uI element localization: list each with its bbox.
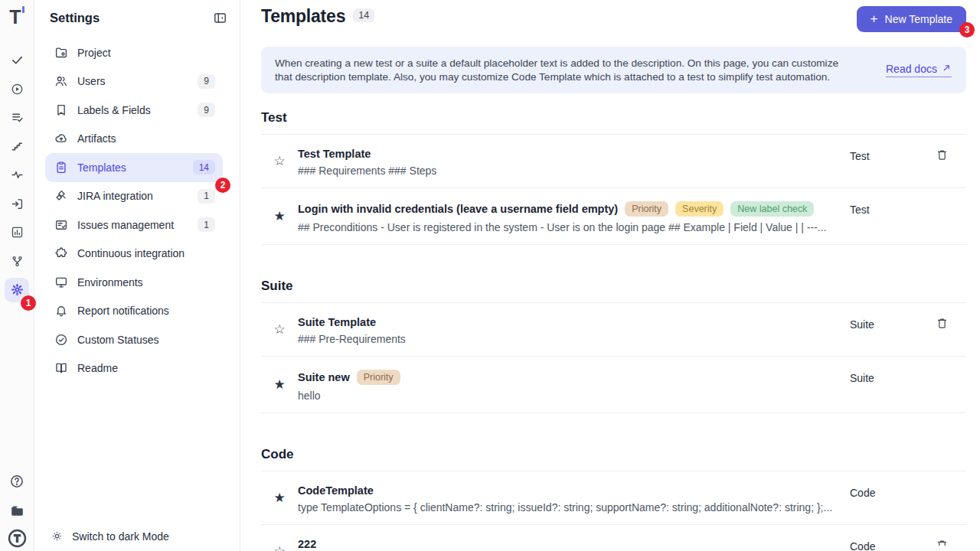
sidebar-item-users[interactable]: Users9 <box>45 67 223 96</box>
star-filled-icon[interactable]: ★ <box>273 210 285 223</box>
template-description: ### Requirements ### Steps <box>298 165 834 177</box>
sidebar-item-label: Templates <box>77 161 184 174</box>
plus-icon: + <box>871 11 878 27</box>
activity-icon[interactable] <box>11 168 24 181</box>
sidebar-item-label: Labels & Fields <box>77 104 188 116</box>
sidebar-item-labels-fields[interactable]: Labels & Fields9 <box>45 96 223 125</box>
rail-nav <box>0 54 34 296</box>
star-outline-icon[interactable]: ☆ <box>273 323 285 336</box>
star-filled-icon[interactable]: ★ <box>273 491 285 504</box>
delete-template-icon[interactable] <box>936 148 949 161</box>
new-template-button[interactable]: + New Template <box>857 6 966 32</box>
sidebar-item-label: Readme <box>77 362 215 374</box>
template-row[interactable]: ☆Test Template### Requirements ### Steps… <box>261 135 966 188</box>
template-row[interactable]: ★Suite newPriorityhelloSuite <box>261 357 966 413</box>
sidebar-item-count-badge: 1 <box>198 217 215 232</box>
read-docs-label: Read docs <box>886 63 937 75</box>
template-row[interactable]: ☆Suite Template### Pre-RequirementsSuite <box>261 303 966 357</box>
templates-count-badge: 14 <box>353 8 374 22</box>
template-type: Suite <box>850 314 936 345</box>
banner-text: When creating a new test or a suite a de… <box>275 57 858 83</box>
template-title: CodeTemplate <box>298 484 374 497</box>
logo-circle-icon[interactable] <box>7 528 28 549</box>
template-type: Test <box>850 199 936 233</box>
template-row[interactable]: ★Login with invalid credentials (leave a… <box>261 188 966 245</box>
steps-icon[interactable] <box>11 140 24 153</box>
cloud-upload-icon <box>54 132 68 145</box>
collapse-sidebar-icon[interactable] <box>213 11 227 25</box>
sidebar-item-issues-management[interactable]: Issues management1 <box>45 210 223 240</box>
template-row[interactable]: ★CodeTemplatetype TemplateOptions = { cl… <box>261 471 966 525</box>
sidebar-item-jira-integration[interactable]: JIRA integration1 <box>45 182 223 211</box>
sidebar-item-project[interactable]: Project <box>45 38 223 67</box>
template-title: Suite Template <box>298 316 376 328</box>
bar-chart-icon[interactable] <box>11 226 24 239</box>
check-icon[interactable] <box>11 54 24 67</box>
delete-template-icon[interactable] <box>936 317 949 330</box>
template-type: Test <box>850 145 936 177</box>
bell-icon <box>54 304 68 318</box>
external-link-icon <box>942 63 952 75</box>
page-title: Templates <box>261 6 345 27</box>
section-title: Test <box>261 110 966 126</box>
template-sections: Test☆Test Template### Requirements ### S… <box>261 110 966 551</box>
section-suite: Suite☆Suite Template### Pre-Requirements… <box>261 279 966 413</box>
sidebar-item-templates[interactable]: Templates14 <box>45 153 223 182</box>
sidebar-item-label: Continuous integration <box>77 247 215 259</box>
template-type: Suite <box>850 367 936 402</box>
gear-icon[interactable] <box>11 283 24 296</box>
sidebar-item-artifacts[interactable]: Artifacts <box>45 125 223 154</box>
sidebar-item-custom-statuses[interactable]: Custom Statuses <box>45 325 223 354</box>
app-logo[interactable]: T <box>0 6 34 28</box>
sidebar-item-label: Environments <box>77 276 215 289</box>
folder-gear-icon <box>54 46 68 60</box>
template-title: Login with invalid credentials (leave a … <box>298 203 618 215</box>
settings-sidebar: Settings ProjectUsers9Labels & Fields9Ar… <box>34 0 240 551</box>
label-badge: Severity <box>675 201 724 217</box>
template-type: Code <box>850 536 936 551</box>
template-description: ### Pre-Requirements <box>298 333 834 345</box>
template-type: Code <box>850 482 936 514</box>
folder-filled-icon[interactable] <box>10 504 24 518</box>
icon-rail: T <box>0 0 34 551</box>
sidebar-item-count-badge: 1 <box>198 189 215 204</box>
template-row[interactable]: ☆222test(`should send header ${header} w… <box>261 525 966 551</box>
star-outline-icon[interactable]: ☆ <box>273 155 285 168</box>
annotation-badge-1: 1 <box>21 295 36 311</box>
check-circle-icon <box>54 333 68 347</box>
annotation-badge-2: 2 <box>215 178 230 193</box>
sidebar-item-report-notifications[interactable]: Report notifications <box>45 297 223 326</box>
jira-icon <box>54 189 68 203</box>
sidebar-item-readme[interactable]: Readme <box>45 354 223 383</box>
sidebar-item-environments[interactable]: Environments <box>45 268 223 297</box>
logo-accent-mark <box>22 6 24 13</box>
settings-nav: ProjectUsers9Labels & Fields9ArtifactsTe… <box>34 38 240 383</box>
list-check-icon[interactable] <box>11 111 24 124</box>
bookmark-icon <box>54 103 68 117</box>
star-outline-icon[interactable]: ☆ <box>273 545 285 551</box>
help-circle-icon[interactable] <box>9 474 24 489</box>
annotation-badge-3: 3 <box>959 22 975 37</box>
sidebar-item-count-badge: 9 <box>198 103 215 117</box>
play-circle-icon[interactable] <box>11 83 24 96</box>
read-docs-link[interactable]: Read docs <box>886 63 952 77</box>
clipboard-icon <box>54 161 68 174</box>
template-title: 222 <box>298 538 316 550</box>
delete-template-icon-clipped[interactable] <box>936 539 966 546</box>
issue-card-icon <box>54 218 68 232</box>
new-template-label: New Template <box>885 13 952 25</box>
sidebar-item-label: Project <box>77 47 215 59</box>
sidebar-item-continuous-integration[interactable]: Continuous integration <box>45 240 223 269</box>
sidebar-item-label: Users <box>77 75 188 87</box>
templates-page: Templates 14 + New Template When creatin… <box>240 0 980 551</box>
dark-mode-toggle[interactable]: Switch to dark Mode <box>34 530 240 551</box>
import-icon[interactable] <box>11 197 24 210</box>
star-filled-icon[interactable]: ★ <box>273 378 285 391</box>
delete-template-icon[interactable] <box>936 539 949 546</box>
puzzle-icon <box>54 246 68 260</box>
sidebar-item-count-badge: 9 <box>198 74 215 89</box>
page-header: Templates 14 + New Template <box>261 6 966 32</box>
monitor-icon <box>54 276 68 289</box>
template-title: Test Template <box>298 148 371 160</box>
git-branch-icon[interactable] <box>11 255 24 268</box>
